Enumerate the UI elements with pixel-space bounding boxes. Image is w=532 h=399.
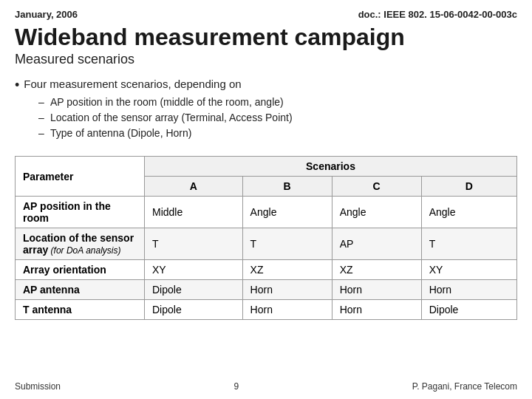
bullet-section: • Four measurement scenarios, depending … bbox=[15, 78, 517, 141]
table-header-row-1: Parameter Scenarios bbox=[16, 157, 517, 177]
sub-bullet-text-2: Location of the sensor array (Terminal, … bbox=[50, 110, 293, 126]
value-cell: T bbox=[242, 228, 332, 260]
header-left: January, 2006 bbox=[15, 9, 78, 20]
sub-bullet-text-1: AP position in the room (middle of the r… bbox=[50, 95, 284, 110]
footer-row: Submission 9 P. Pagani, France Telecom bbox=[15, 381, 517, 392]
header-row: January, 2006 doc.: IEEE 802. 15-06-0042… bbox=[15, 9, 517, 20]
value-cell: Horn bbox=[242, 300, 332, 320]
value-cell: Middle bbox=[145, 197, 243, 228]
value-cell: Horn bbox=[332, 280, 421, 300]
table-container: Parameter Scenarios A B C D AP position … bbox=[15, 156, 517, 375]
dash-2: – bbox=[38, 110, 46, 126]
table-row: T antennaDipoleHornHornDipole bbox=[16, 300, 517, 320]
value-cell: XZ bbox=[242, 260, 332, 280]
footer-center: 9 bbox=[234, 381, 239, 392]
param-header: Parameter bbox=[16, 157, 145, 197]
subtitle: Measured scenarios bbox=[15, 52, 517, 67]
value-cell: Angle bbox=[332, 197, 421, 228]
sub-bullet-text-3: Type of antenna (Dipole, Horn) bbox=[50, 126, 191, 141]
sub-header-b: B bbox=[242, 177, 332, 197]
value-cell: Angle bbox=[421, 197, 516, 228]
dash-1: – bbox=[38, 95, 46, 110]
param-cell: AP position in the room bbox=[16, 197, 145, 228]
value-cell: Dipole bbox=[145, 300, 243, 320]
sub-bullet-3: – Type of antenna (Dipole, Horn) bbox=[38, 126, 517, 141]
sub-bullets: – AP position in the room (middle of the… bbox=[38, 95, 517, 141]
value-cell: XY bbox=[421, 260, 516, 280]
dash-3: – bbox=[38, 126, 46, 141]
scenarios-table: Parameter Scenarios A B C D AP position … bbox=[15, 156, 517, 320]
header-right: doc.: IEEE 802. 15-06-0042-00-003c bbox=[358, 9, 517, 20]
page: January, 2006 doc.: IEEE 802. 15-06-0042… bbox=[0, 0, 532, 399]
value-cell: XY bbox=[145, 260, 243, 280]
sub-bullet-2: – Location of the sensor array (Terminal… bbox=[38, 110, 517, 126]
value-cell: XZ bbox=[332, 260, 421, 280]
sub-header-d: D bbox=[421, 177, 516, 197]
footer-left: Submission bbox=[15, 381, 61, 392]
footer-right: P. Pagani, France Telecom bbox=[412, 381, 517, 392]
sub-bullet-1: – AP position in the room (middle of the… bbox=[38, 95, 517, 110]
value-cell: Dipole bbox=[145, 280, 243, 300]
sub-header-a: A bbox=[145, 177, 243, 197]
bullet-dot: • bbox=[15, 78, 19, 92]
param-cell: Location of the sensor array (for DoA an… bbox=[16, 228, 145, 260]
value-cell: AP bbox=[332, 228, 421, 260]
bullet-main: • Four measurement scenarios, depending … bbox=[15, 78, 517, 92]
table-row: Array orientationXYXZXZXY bbox=[16, 260, 517, 280]
table-row: Location of the sensor array (for DoA an… bbox=[16, 228, 517, 260]
table-row: AP position in the roomMiddleAngleAngleA… bbox=[16, 197, 517, 228]
sub-header-c: C bbox=[332, 177, 421, 197]
value-cell: Horn bbox=[242, 280, 332, 300]
value-cell: T bbox=[145, 228, 243, 260]
value-cell: Angle bbox=[242, 197, 332, 228]
value-cell: Horn bbox=[332, 300, 421, 320]
param-cell: AP antenna bbox=[16, 280, 145, 300]
value-cell: Horn bbox=[421, 280, 516, 300]
param-cell: Array orientation bbox=[16, 260, 145, 280]
bullet-main-text: Four measurement scenarios, depending on bbox=[24, 78, 241, 90]
scenarios-header: Scenarios bbox=[145, 157, 517, 177]
value-cell: Dipole bbox=[421, 300, 516, 320]
table-row: AP antennaDipoleHornHornHorn bbox=[16, 280, 517, 300]
main-title: Wideband measurement campaign bbox=[15, 24, 517, 50]
param-cell: T antenna bbox=[16, 300, 145, 320]
value-cell: T bbox=[421, 228, 516, 260]
